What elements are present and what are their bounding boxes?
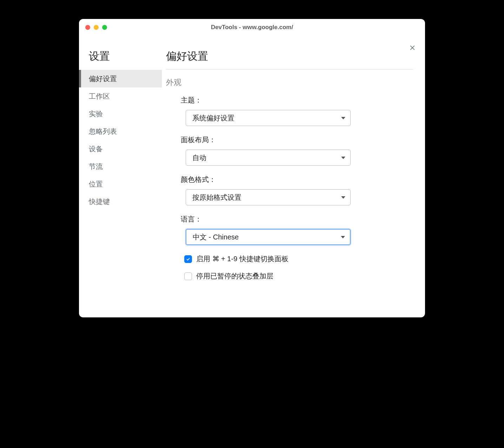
- page-title: 偏好设置: [166, 49, 413, 70]
- chevron-down-icon: [341, 236, 345, 238]
- field-panel-layout: 面板布局： 自动: [166, 135, 413, 166]
- color-format-select-value: 按原始格式设置: [192, 193, 241, 202]
- sidebar-item-label: 位置: [89, 180, 103, 188]
- sidebar-item-label: 实验: [89, 110, 103, 118]
- sidebar-item-workspace[interactable]: 工作区: [79, 87, 162, 105]
- checkbox-icon: [184, 272, 192, 280]
- sidebar-item-label: 偏好设置: [89, 75, 117, 83]
- color-format-select[interactable]: 按原始格式设置: [186, 189, 351, 205]
- sidebar-item-shortcuts[interactable]: 快捷键: [79, 193, 162, 210]
- theme-label: 主题：: [181, 95, 413, 105]
- close-icon[interactable]: [408, 44, 417, 52]
- sidebar-item-label: 设备: [89, 145, 103, 153]
- panel-layout-select[interactable]: 自动: [186, 150, 351, 166]
- zoom-window-button[interactable]: [102, 25, 107, 30]
- devtools-settings-window: DevTools - www.google.com/ 设置 偏好设置 工作区 实…: [79, 19, 425, 317]
- settings-main: 偏好设置 外观 主题： 系统偏好设置 面板布局： 自动 颜色格式： 按: [162, 36, 425, 317]
- checkbox-label: 启用 ⌘ + 1-9 快捷键切换面板: [196, 254, 289, 264]
- panel-layout-select-value: 自动: [192, 153, 206, 163]
- sidebar-item-ignore-list[interactable]: 忽略列表: [79, 123, 162, 140]
- panel-layout-label: 面板布局：: [181, 135, 413, 145]
- language-label: 语言：: [181, 215, 413, 224]
- chevron-down-icon: [341, 157, 345, 159]
- sidebar-item-locations[interactable]: 位置: [79, 175, 162, 193]
- field-theme: 主题： 系统偏好设置: [166, 95, 413, 126]
- window-title: DevTools - www.google.com/: [79, 24, 425, 31]
- window-controls: [85, 25, 107, 30]
- sidebar-item-label: 节流: [89, 163, 103, 170]
- titlebar: DevTools - www.google.com/: [79, 19, 425, 36]
- checkbox-icon: [184, 255, 192, 263]
- field-language: 语言： 中文 - Chinese: [166, 215, 413, 245]
- theme-select[interactable]: 系统偏好设置: [186, 110, 351, 126]
- sidebar-item-devices[interactable]: 设备: [79, 140, 162, 158]
- language-select[interactable]: 中文 - Chinese: [186, 229, 351, 245]
- chevron-down-icon: [341, 196, 345, 199]
- language-select-value: 中文 - Chinese: [193, 232, 239, 242]
- sidebar-item-preferences[interactable]: 偏好设置: [79, 70, 162, 87]
- sidebar-item-label: 快捷键: [89, 198, 110, 205]
- minimize-window-button[interactable]: [94, 25, 99, 30]
- sidebar-item-experiments[interactable]: 实验: [79, 105, 162, 123]
- field-color-format: 颜色格式： 按原始格式设置: [166, 175, 413, 205]
- settings-body: 设置 偏好设置 工作区 实验 忽略列表 设备 节流 位置 快捷键 偏好设置 外观…: [79, 36, 425, 317]
- sidebar-heading: 设置: [79, 49, 162, 70]
- theme-select-value: 系统偏好设置: [192, 113, 234, 123]
- close-window-button[interactable]: [85, 25, 90, 30]
- checkbox-disable-overlay[interactable]: 停用已暂停的状态叠加层: [166, 271, 413, 281]
- checkbox-enable-shortcuts[interactable]: 启用 ⌘ + 1-9 快捷键切换面板: [166, 254, 413, 264]
- section-appearance: 外观: [166, 77, 413, 88]
- sidebar-item-throttling[interactable]: 节流: [79, 158, 162, 175]
- color-format-label: 颜色格式：: [181, 175, 413, 184]
- chevron-down-icon: [341, 117, 345, 119]
- checkbox-label: 停用已暂停的状态叠加层: [196, 271, 273, 281]
- sidebar-item-label: 工作区: [89, 92, 110, 100]
- sidebar-item-label: 忽略列表: [89, 127, 117, 135]
- settings-sidebar: 设置 偏好设置 工作区 实验 忽略列表 设备 节流 位置 快捷键: [79, 36, 162, 317]
